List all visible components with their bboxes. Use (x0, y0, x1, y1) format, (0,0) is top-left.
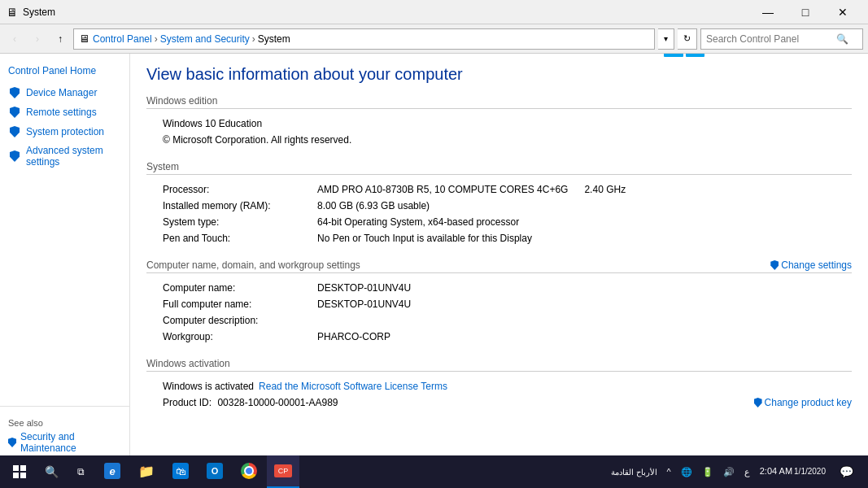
address-bar: ‹ › ↑ 🖥 Control Panel › System and Secur… (0, 24, 868, 54)
table-row: System type: 64-bit Operating System, x6… (146, 214, 852, 230)
window-title: System (23, 7, 55, 18)
taskbar-arabic-text[interactable]: الأرباح القادمة (608, 468, 661, 477)
workgroup-label: Workgroup: (146, 329, 317, 345)
edition-value: Windows 10 Education (146, 115, 852, 132)
path-system: System (258, 33, 290, 45)
comp-name-label: Computer name: (146, 280, 317, 296)
table-row: Installed memory (RAM): 8.00 GB (6.93 GB… (146, 198, 852, 214)
taskbar-time[interactable]: 2:04 AM 1/1/2020 (757, 465, 829, 477)
windows-edition-header: Windows edition (146, 95, 852, 109)
taskbar-system-button[interactable]: CP (267, 455, 299, 488)
maximize-button[interactable]: □ (787, 0, 824, 24)
license-terms-link[interactable]: Read the Microsoft Software License Term… (259, 381, 447, 392)
change-product-key-label: Change product key (765, 397, 852, 408)
system-type-value: 64-bit Operating System, x64-based proce… (317, 214, 852, 230)
comp-desc-value (317, 312, 852, 329)
close-button[interactable]: ✕ (824, 0, 861, 24)
taskbar-search-button[interactable]: 🔍 (37, 455, 65, 488)
computer-name-table: Computer name: DESKTOP-01UNV4U Full comp… (146, 280, 852, 345)
table-row: Windows is activated Read the Microsoft … (146, 378, 852, 394)
system-header: System (146, 161, 852, 175)
taskbar-battery-icon[interactable]: 🔋 (699, 467, 717, 477)
change-settings-icon (770, 260, 779, 270)
security-maintenance-link[interactable]: Security and Maintenance (0, 429, 129, 455)
system-protection-icon (8, 125, 21, 138)
product-id-label: Product ID: (163, 397, 212, 408)
store-icon: 🛍 (172, 463, 189, 479)
ram-label: Installed memory (RAM): (146, 198, 317, 214)
activation-row: Windows is activated Read the Microsoft … (163, 381, 852, 392)
security-maintenance-label: Security and Maintenance (20, 431, 121, 454)
table-row: © Microsoft Corporation. All rights rese… (146, 132, 852, 148)
device-manager-icon (8, 86, 21, 99)
sidebar-item-device-manager[interactable]: Device Manager (0, 83, 129, 102)
outlook-icon: O (207, 463, 223, 479)
window-icon: 🖥 (7, 6, 18, 19)
main-layout: Control Panel Home Device Manager Remote… (0, 54, 868, 455)
taskbar-store-button[interactable]: 🛍 (164, 455, 197, 488)
change-settings-label: Change settings (781, 259, 852, 271)
pen-touch-label: Pen and Touch: (146, 230, 317, 246)
taskbar-folder-button[interactable]: 📁 (130, 455, 163, 488)
remote-settings-icon (8, 106, 21, 119)
path-system-security[interactable]: System and Security (160, 33, 250, 45)
table-row: Workgroup: PHARCO-CORP (146, 329, 852, 345)
folder-icon: 📁 (138, 464, 155, 479)
windows-activation-header: Windows activation (146, 358, 852, 372)
sidebar: Control Panel Home Device Manager Remote… (0, 54, 130, 455)
start-logo-icon (13, 465, 26, 478)
search-box: 🔍 (700, 28, 863, 50)
taskbar-edge-button[interactable]: e (96, 455, 129, 488)
table-row: Computer name: DESKTOP-01UNV4U (146, 280, 852, 296)
search-input[interactable] (706, 33, 836, 45)
advanced-settings-icon (8, 150, 21, 163)
remote-settings-label: Remote settings (26, 107, 97, 118)
device-manager-label: Device Manager (26, 87, 97, 98)
back-button[interactable]: ‹ (5, 29, 24, 49)
product-id-value: 00328-10000-00001-AA989 (217, 397, 338, 408)
start-button[interactable] (3, 455, 36, 488)
full-name-value: DESKTOP-01UNV4U (317, 296, 852, 312)
search-submit-button[interactable]: 🔍 (836, 33, 848, 45)
content-wrapper: Windows 10 View basic information about … (146, 65, 852, 411)
taskbar-language[interactable]: ع (741, 467, 753, 477)
taskbar-chrome-button[interactable] (233, 455, 265, 488)
taskbar-outlook-button[interactable]: O (198, 455, 231, 488)
system-protection-label: System protection (26, 126, 104, 137)
sidebar-item-system-protection[interactable]: System protection (0, 122, 129, 142)
path-control-panel[interactable]: Control Panel (93, 33, 152, 45)
product-key-icon (754, 398, 762, 407)
comp-name-value: DESKTOP-01UNV4U (317, 280, 852, 296)
notification-button[interactable]: 💬 (832, 455, 860, 488)
minimize-button[interactable]: — (749, 0, 787, 24)
task-view-button[interactable]: ⧉ (67, 455, 94, 488)
sidebar-item-advanced-settings[interactable]: Advanced system settings (0, 142, 129, 171)
sidebar-home-link[interactable]: Control Panel Home (0, 62, 129, 83)
taskbar-chevron[interactable]: ^ (664, 467, 674, 477)
up-button[interactable]: ↑ (50, 29, 70, 49)
see-also-section: See also Security and Maintenance (0, 406, 129, 455)
address-dropdown-button[interactable]: ▾ (658, 28, 674, 50)
address-path: 🖥 Control Panel › System and Security › … (73, 28, 655, 50)
taskbar-volume-icon[interactable]: 🔊 (720, 467, 738, 477)
date-display: 1/1/2020 (794, 466, 826, 477)
edge-icon: e (104, 463, 120, 479)
table-row: Windows 10 Education (146, 115, 852, 132)
see-also-label: See also (0, 412, 129, 429)
page-title: View basic information about your comput… (146, 65, 852, 84)
system-app-icon: CP (274, 464, 292, 477)
sidebar-item-remote-settings[interactable]: Remote settings (0, 102, 129, 122)
taskbar-network-icon[interactable]: 🌐 (678, 467, 696, 477)
windows-squares-icon (664, 54, 704, 57)
taskbar: 🔍 ⧉ e 📁 🛍 O CP الأرباح القادمة ^ 🌐 🔋 🔊 ع… (0, 455, 868, 488)
forward-button[interactable]: › (28, 29, 47, 49)
table-row: Pen and Touch: No Pen or Touch Input is … (146, 230, 852, 246)
time-display: 2:04 AM (760, 465, 792, 477)
change-settings-link[interactable]: Change settings (770, 259, 852, 271)
refresh-button[interactable]: ↻ (678, 28, 697, 50)
pen-touch-value: No Pen or Touch Input is available for t… (317, 230, 852, 246)
system-section: System Processor: AMD PRO A10-8730B R5, … (146, 161, 852, 246)
computer-name-header: Computer name, domain, and workgroup set… (146, 259, 852, 273)
system-type-label: System type: (146, 214, 317, 230)
change-product-key-link[interactable]: Change product key (754, 397, 852, 408)
